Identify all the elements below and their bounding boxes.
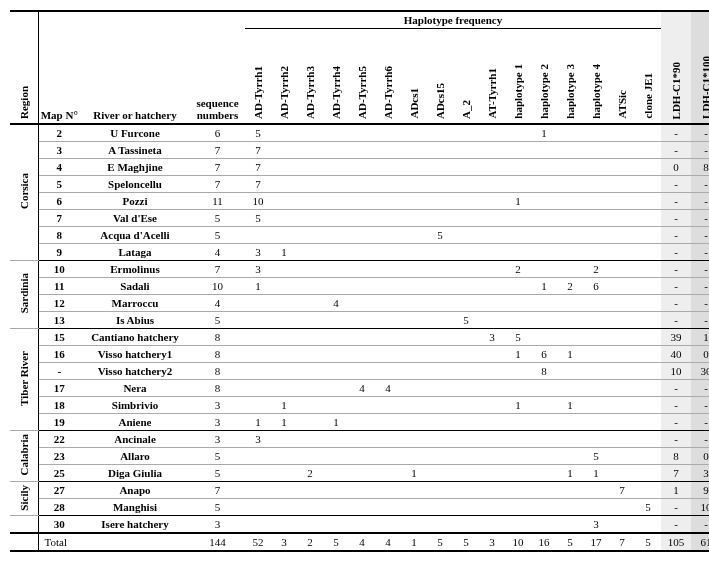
cell-value: 1 <box>583 465 609 482</box>
cell-value <box>427 261 453 278</box>
cell-value: 1 <box>271 397 297 414</box>
cell-value: 1 <box>691 329 709 346</box>
table-body: Corsica2U Furcone651--3A Tassineta77--4E… <box>10 124 709 551</box>
cell-value <box>505 516 531 534</box>
cell-value <box>323 380 349 397</box>
cell-value <box>375 244 401 261</box>
cell-value <box>375 227 401 244</box>
cell-value <box>557 193 583 210</box>
cell-value <box>349 346 375 363</box>
cell-value <box>583 124 609 142</box>
cell-mapno: 8 <box>38 227 80 244</box>
header-hap-col: AD-Tyrrh4 <box>330 66 342 119</box>
cell-value <box>427 210 453 227</box>
cell-value: 3 <box>479 533 505 551</box>
cell-seq: 5 <box>190 312 245 329</box>
cell-value <box>453 448 479 465</box>
cell-value <box>401 329 427 346</box>
cell-mapno: 2 <box>38 124 80 142</box>
cell-value <box>479 193 505 210</box>
cell-value <box>349 261 375 278</box>
cell-value <box>531 142 557 159</box>
cell-value <box>271 499 297 516</box>
cell-value: 8 <box>691 159 709 176</box>
cell-seq: 8 <box>190 329 245 346</box>
total-label: Total <box>38 533 190 551</box>
cell-value <box>635 346 661 363</box>
cell-value <box>635 176 661 193</box>
cell-name: Ermolinus <box>80 261 190 278</box>
cell-value <box>453 295 479 312</box>
cell-value <box>375 312 401 329</box>
cell-value <box>609 193 635 210</box>
cell-value <box>609 448 635 465</box>
cell-value: 10 <box>661 363 691 380</box>
cell-value: 0 <box>691 448 709 465</box>
cell-value: - <box>661 295 691 312</box>
cell-value: - <box>691 227 709 244</box>
cell-value: - <box>691 261 709 278</box>
cell-value <box>505 363 531 380</box>
cell-value <box>505 431 531 448</box>
cell-value: 5 <box>245 210 271 227</box>
cell-mapno: 22 <box>38 431 80 448</box>
cell-value <box>583 499 609 516</box>
cell-value: - <box>661 397 691 414</box>
cell-value <box>635 482 661 499</box>
cell-value <box>245 465 271 482</box>
cell-seq: 5 <box>190 227 245 244</box>
cell-value <box>323 431 349 448</box>
region-label: Tiber River <box>10 329 38 431</box>
cell-value <box>583 312 609 329</box>
cell-value <box>401 448 427 465</box>
cell-value: - <box>661 227 691 244</box>
cell-value <box>401 363 427 380</box>
cell-value <box>401 397 427 414</box>
cell-value <box>453 465 479 482</box>
cell-value <box>505 244 531 261</box>
cell-value <box>375 193 401 210</box>
cell-value: 17 <box>583 533 609 551</box>
cell-value <box>375 448 401 465</box>
cell-value: 3 <box>245 431 271 448</box>
cell-seq: 6 <box>190 124 245 142</box>
cell-value: 7 <box>245 176 271 193</box>
cell-name: Allaro <box>80 448 190 465</box>
cell-value: - <box>691 414 709 431</box>
header-ldh100: LDH-C1*100 <box>700 56 709 119</box>
header-river: River or hatchery <box>93 109 176 121</box>
cell-name: Ancinale <box>80 431 190 448</box>
cell-value <box>401 210 427 227</box>
cell-value <box>531 414 557 431</box>
cell-value <box>349 499 375 516</box>
cell-value: - <box>691 193 709 210</box>
cell-name: Acqua d'Acelli <box>80 227 190 244</box>
header-hap-col: A_2 <box>460 100 472 119</box>
cell-value: 1 <box>323 414 349 431</box>
cell-value <box>271 159 297 176</box>
cell-value <box>583 431 609 448</box>
cell-value <box>609 499 635 516</box>
cell-value <box>375 499 401 516</box>
cell-value <box>609 346 635 363</box>
cell-value: - <box>661 312 691 329</box>
cell-value <box>427 159 453 176</box>
cell-value <box>375 261 401 278</box>
cell-value <box>271 176 297 193</box>
cell-value <box>609 516 635 534</box>
cell-value <box>375 210 401 227</box>
cell-value <box>557 210 583 227</box>
cell-value <box>349 329 375 346</box>
cell-name: Visso hatchery1 <box>80 346 190 363</box>
cell-value <box>505 124 531 142</box>
cell-value <box>245 397 271 414</box>
cell-value <box>271 516 297 534</box>
cell-value <box>531 499 557 516</box>
cell-value <box>635 516 661 534</box>
cell-value <box>297 159 323 176</box>
cell-seq: 3 <box>190 414 245 431</box>
cell-name: Visso hatchery2 <box>80 363 190 380</box>
cell-value: - <box>691 431 709 448</box>
cell-value <box>635 465 661 482</box>
cell-value: 5 <box>323 533 349 551</box>
